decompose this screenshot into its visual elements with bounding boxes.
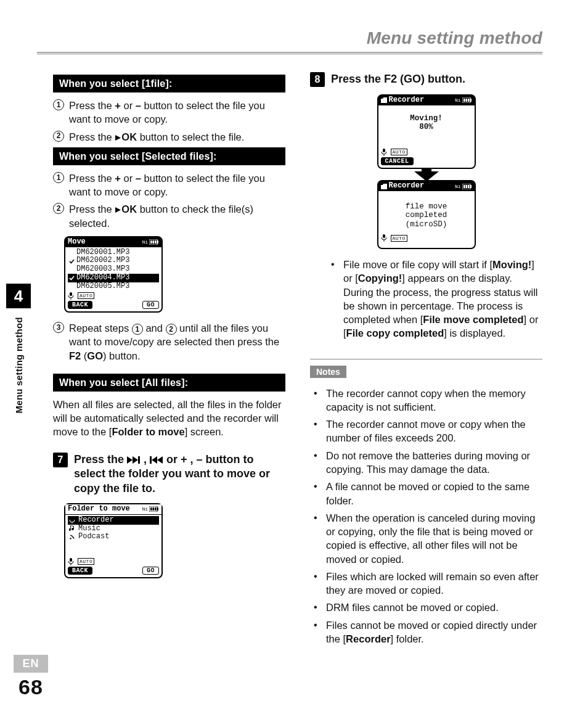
mic-icon bbox=[381, 234, 387, 242]
lcd-file-row: DM620005.MP3 bbox=[68, 282, 159, 291]
lcd-text-moving: Moving! bbox=[381, 114, 472, 123]
folder-icon bbox=[381, 184, 387, 189]
lcd-folder-titlebar: Folder to move Ni bbox=[65, 504, 161, 515]
note-item: Do not remove the batteries during movin… bbox=[310, 449, 542, 477]
note-item: Files which are locked will remain so ev… bbox=[310, 570, 542, 597]
lcd-statusbar: AUTO bbox=[65, 558, 161, 565]
step-1file-1: 1 Press the + or – button to select the … bbox=[53, 99, 285, 126]
manual-page: Menu setting method 4 Menu setting metho… bbox=[0, 0, 588, 714]
svg-marker-32 bbox=[414, 168, 439, 181]
lcd-done: Recorder Ni file move completed (microSD… bbox=[377, 180, 476, 249]
step-1file-2: 2 Press the OK button to select the file… bbox=[53, 130, 285, 144]
lcd-folder-row: Music bbox=[68, 525, 159, 533]
rule-top-dark bbox=[37, 52, 542, 54]
page-heading: Menu setting method bbox=[367, 28, 542, 48]
svg-marker-14 bbox=[157, 456, 163, 464]
battery-icon: Ni bbox=[455, 184, 472, 189]
step-sel-1: 1 Press the + or – button to select the … bbox=[53, 171, 285, 199]
lcd-moving-wrap: Recorder Ni Moving! 80% bbox=[310, 94, 542, 249]
battery-icon: Ni bbox=[142, 239, 159, 245]
svg-rect-16 bbox=[157, 507, 158, 511]
arrow-down-icon bbox=[414, 168, 439, 181]
svg-rect-38 bbox=[383, 234, 385, 238]
softkey-back: BACK bbox=[68, 567, 92, 575]
lcd-file-row: DM620004.MP3 bbox=[68, 274, 159, 282]
lcd-move-wrap: Move Ni DM620001.MP3DM620002.MP3DM620003… bbox=[64, 236, 285, 313]
side-tab: 4 Menu setting method bbox=[0, 284, 37, 414]
softkey-go: GO bbox=[142, 301, 159, 310]
step-number-7: 7 bbox=[53, 453, 68, 467]
svg-rect-20 bbox=[71, 517, 73, 520]
lcd-statusbar: AUTO bbox=[378, 149, 475, 156]
result-text: File move or file copy will start if [Mo… bbox=[327, 258, 542, 340]
note-item: The recorder cannot move or copy when th… bbox=[310, 417, 542, 445]
lcd-move: Move Ni DM620001.MP3DM620002.MP3DM620003… bbox=[64, 236, 163, 313]
lcd-statusbar: AUTO bbox=[65, 292, 161, 300]
svg-marker-1 bbox=[115, 207, 121, 213]
right-column: 8 Press the F2 (GO) button. Recorder bbox=[310, 72, 542, 649]
lcd-folder: Folder to move Ni RecorderMusicPodcast A… bbox=[64, 503, 163, 578]
svg-rect-7 bbox=[70, 292, 72, 296]
lcd-moving: Recorder Ni Moving! 80% bbox=[377, 94, 476, 169]
note-item: When the operation is canceled during mo… bbox=[310, 511, 542, 566]
notes-label: Notes bbox=[310, 366, 346, 378]
bar-1file: When you select [1file]: bbox=[53, 75, 285, 92]
lcd-moving-titlebar: Recorder Ni bbox=[378, 96, 475, 105]
next-track-icon bbox=[127, 456, 141, 464]
softkey-back: BACK bbox=[68, 301, 92, 310]
svg-rect-6 bbox=[155, 240, 157, 244]
svg-rect-12 bbox=[150, 456, 152, 464]
svg-rect-34 bbox=[470, 185, 472, 188]
svg-point-22 bbox=[70, 538, 71, 540]
chapter-title-vertical: Menu setting method bbox=[14, 317, 24, 414]
svg-rect-29 bbox=[468, 99, 470, 102]
left-column: When you select [1file]: 1 Press the + o… bbox=[53, 72, 285, 649]
svg-rect-4 bbox=[150, 240, 152, 244]
battery-icon: Ni bbox=[455, 97, 472, 103]
mic-icon bbox=[381, 149, 387, 156]
svg-rect-11 bbox=[138, 456, 140, 464]
mic-icon bbox=[68, 292, 74, 300]
softkey-cancel: CANCEL bbox=[381, 157, 414, 166]
note-item: A file cannot be moved or copied to the … bbox=[310, 480, 542, 507]
svg-marker-13 bbox=[152, 456, 157, 464]
svg-rect-36 bbox=[465, 185, 467, 188]
svg-marker-0 bbox=[115, 135, 121, 141]
lcd-file-row: DM620003.MP3 bbox=[68, 265, 159, 274]
language-badge: EN bbox=[14, 655, 47, 673]
page-header: Menu setting method bbox=[37, 25, 542, 49]
lcd-file-row: DM620002.MP3 bbox=[68, 256, 159, 265]
svg-rect-37 bbox=[468, 185, 470, 188]
svg-marker-10 bbox=[133, 456, 138, 464]
svg-rect-5 bbox=[153, 240, 155, 244]
step-sel-2: 2 Press the OK button to check the file(… bbox=[53, 202, 285, 230]
step-8: 8 Press the F2 (GO) button. bbox=[310, 72, 542, 87]
svg-marker-9 bbox=[127, 456, 133, 464]
rule-top-thin bbox=[37, 54, 542, 55]
battery-icon: Ni bbox=[142, 506, 159, 512]
lcd-move-titlebar: Move Ni bbox=[65, 237, 161, 247]
svg-rect-19 bbox=[155, 507, 157, 511]
chapter-number: 4 bbox=[6, 284, 31, 308]
lcd-folder-row: Podcast bbox=[68, 533, 159, 541]
svg-rect-23 bbox=[70, 558, 72, 562]
lcd-folder-wrap: Folder to move Ni RecorderMusicPodcast A… bbox=[64, 503, 285, 578]
svg-rect-35 bbox=[463, 185, 465, 188]
softkey-go: GO bbox=[142, 567, 159, 575]
svg-rect-28 bbox=[465, 99, 467, 102]
bar-allfiles: When you select [All files]: bbox=[53, 374, 285, 392]
svg-rect-26 bbox=[470, 99, 472, 102]
prev-track-icon bbox=[150, 456, 163, 464]
mic-icon bbox=[68, 558, 74, 565]
svg-rect-3 bbox=[157, 240, 158, 244]
play-icon bbox=[115, 134, 121, 141]
lcd-statusbar: AUTO bbox=[378, 234, 475, 242]
lcd-file-row: DM620001.MP3 bbox=[68, 248, 159, 257]
play-icon bbox=[115, 207, 121, 213]
note-item: The recorder cannot copy when the memory… bbox=[310, 387, 542, 414]
page-footer: EN 68 bbox=[0, 655, 62, 699]
svg-rect-27 bbox=[463, 99, 465, 102]
bar-selected: When you select [Selected files]: bbox=[53, 147, 285, 165]
allfiles-text: When all files are selected, all the fil… bbox=[53, 398, 285, 439]
step-sel-3: 3 Repeat steps 1 and 2 until all the fil… bbox=[53, 321, 285, 363]
